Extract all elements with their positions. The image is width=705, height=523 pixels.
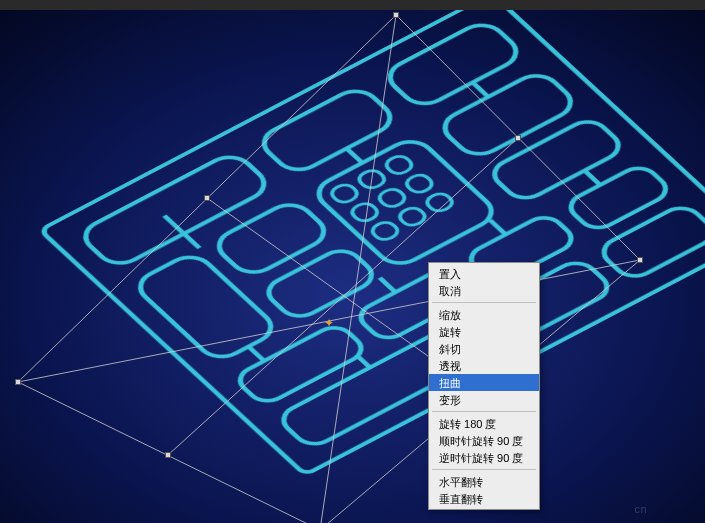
menu-separator xyxy=(432,469,536,470)
menu-item[interactable]: 变形 xyxy=(429,391,539,408)
transform-handle[interactable] xyxy=(515,135,521,141)
transform-handle[interactable] xyxy=(393,12,399,18)
context-menu: 置入取消缩放旋转斜切透视扭曲变形旋转 180 度顺时针旋转 90 度逆时针旋转 … xyxy=(428,262,540,510)
transform-handle[interactable] xyxy=(204,195,210,201)
menu-separator xyxy=(432,302,536,303)
artwork-svg xyxy=(0,10,705,523)
titlebar xyxy=(0,0,705,10)
canvas[interactable]: ✦ cn 置入取消缩放旋转斜切透视扭曲变形旋转 180 度顺时针旋转 90 度逆… xyxy=(0,10,705,523)
menu-item[interactable]: 斜切 xyxy=(429,340,539,357)
transform-handle[interactable] xyxy=(15,379,21,385)
menu-item[interactable]: 透视 xyxy=(429,357,539,374)
transform-center-icon[interactable]: ✦ xyxy=(323,317,335,329)
menu-item[interactable]: 顺时针旋转 90 度 xyxy=(429,432,539,449)
menu-item[interactable]: 取消 xyxy=(429,282,539,299)
menu-item[interactable]: 扭曲 xyxy=(429,374,539,391)
transform-handle[interactable] xyxy=(637,257,643,263)
menu-separator xyxy=(432,411,536,412)
menu-item[interactable]: 缩放 xyxy=(429,306,539,323)
menu-item[interactable]: 水平翻转 xyxy=(429,473,539,490)
menu-item[interactable]: 逆时针旋转 90 度 xyxy=(429,449,539,466)
transform-handle[interactable] xyxy=(165,452,171,458)
svg-rect-0 xyxy=(0,10,705,523)
watermark: cn xyxy=(634,503,647,515)
menu-item[interactable]: 旋转 xyxy=(429,323,539,340)
menu-item[interactable]: 垂直翻转 xyxy=(429,490,539,507)
menu-item[interactable]: 置入 xyxy=(429,265,539,282)
menu-item[interactable]: 旋转 180 度 xyxy=(429,415,539,432)
